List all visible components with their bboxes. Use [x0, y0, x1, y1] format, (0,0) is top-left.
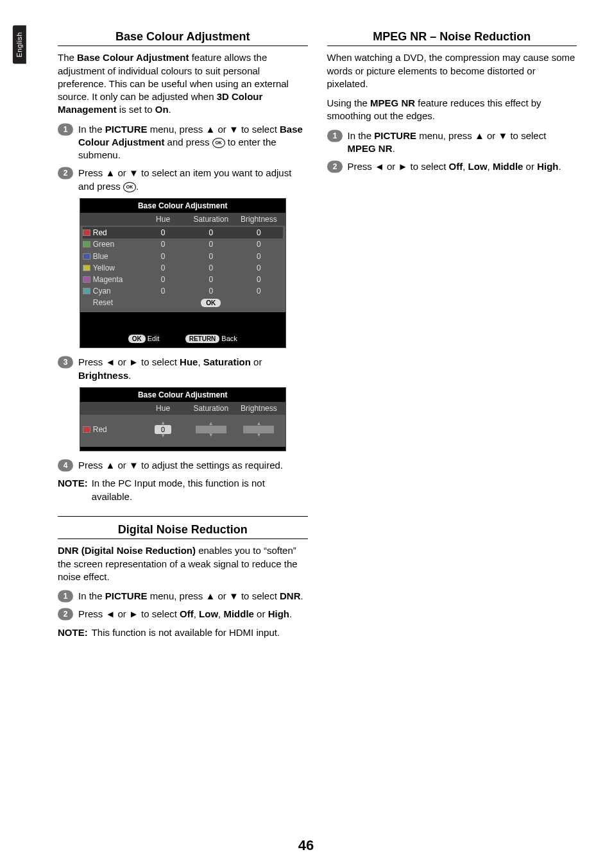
text: Low [468, 161, 488, 172]
step: 2 Press ▲ or ▼ to select an item you wan… [58, 167, 308, 193]
step: 1 In the PICTURE menu, press ▲ or ▼ to s… [58, 123, 308, 162]
cell: 0 [187, 263, 235, 273]
svg-text:3: 3 [64, 358, 68, 367]
text: In the [348, 130, 375, 141]
cell: 0 [139, 286, 187, 296]
swatch-icon [83, 288, 90, 294]
step-text: Press ▲ or ▼ to select an item you want … [78, 167, 308, 193]
step: 4 Press ▲ or ▼ to adjust the settings as… [58, 459, 308, 472]
osd-row-reset[interactable]: Reset OK [83, 297, 283, 308]
text: In the [78, 590, 105, 601]
ok-pill-icon: OK [128, 335, 146, 343]
text: or [251, 356, 262, 367]
osd-header: Hue Saturation Brightness [80, 213, 285, 226]
divider [327, 46, 577, 46]
text: . [300, 590, 303, 601]
text: menu, press ▲ or ▼ to select [148, 124, 280, 135]
swatch-icon [83, 426, 90, 433]
step-text: Press ◄ or ► to select Off, Low, Middle … [348, 160, 577, 173]
text: Low [199, 608, 218, 619]
text: Press ◄ or ► to select [78, 356, 180, 367]
text: . [393, 143, 395, 154]
text: Press ◄ or ► to select [348, 161, 449, 172]
text: MPEG NR [348, 143, 393, 154]
text: , [463, 161, 468, 172]
swatch-icon [83, 276, 90, 283]
column-header: Saturation [187, 214, 235, 224]
osd-body: Red 0 0 0 Green 0 0 0 Blue 0 0 [80, 226, 285, 312]
text: menu, press ▲ or ▼ to select [416, 130, 546, 141]
osd-spacer [80, 312, 285, 331]
text: PICTURE [374, 130, 416, 141]
svg-text:1: 1 [64, 592, 68, 601]
divider [58, 538, 308, 539]
step-text: In the PICTURE menu, press ▲ or ▼ to sel… [78, 123, 308, 162]
text: MPEG NR [370, 97, 415, 108]
arrow-down-icon: ▼ [256, 433, 261, 437]
text: . [558, 161, 561, 172]
bca-intro: The Base Colour Adjustment feature allow… [58, 51, 308, 116]
text: Brightness [78, 370, 128, 381]
svg-text:2: 2 [64, 610, 68, 619]
text: , [488, 161, 493, 172]
swatch-icon [83, 241, 90, 247]
page-number: 46 [0, 836, 612, 855]
step-badge-2-icon: 2 [327, 160, 343, 173]
cell: 0 [235, 251, 283, 262]
text: On [155, 104, 169, 115]
svg-text:2: 2 [332, 162, 337, 171]
cell: 0 [235, 239, 283, 249]
ok-pill-icon: OK [201, 299, 221, 307]
text: , [194, 608, 199, 619]
note: NOTE: In the PC Input mode, this functio… [58, 477, 308, 503]
row-label: Magenta [93, 274, 123, 285]
osd-row-green[interactable]: Green 0 0 0 [83, 238, 283, 250]
text: or [523, 161, 537, 172]
text: Base Colour Adjustment [77, 52, 189, 63]
osd-row-yellow[interactable]: Yellow 0 0 0 [83, 262, 283, 274]
step-badge-1-icon: 1 [327, 129, 343, 156]
osd-header: Hue Saturation Brightness [80, 402, 285, 415]
osd-row-cyan[interactable]: Cyan 0 0 0 [83, 285, 283, 297]
column-header: Hue [139, 214, 187, 224]
osd-bca-edit: Base Colour Adjustment Hue Saturation Br… [80, 387, 286, 451]
svg-text:1: 1 [332, 131, 337, 140]
footer-label: Back [221, 335, 237, 342]
column-header: Hue [139, 403, 187, 413]
ok-button-icon: OK [212, 138, 225, 148]
osd-row-magenta[interactable]: Magenta 0 0 0 [83, 274, 283, 285]
row-label: Blue [93, 251, 108, 262]
osd-body: Red ▲ 0 ▼ ▲ ▼ ▲ ▼ [80, 415, 285, 447]
text: Off [449, 161, 463, 172]
left-column: Base Colour Adjustment The Base Colour A… [58, 29, 308, 639]
cell: 0 [187, 239, 235, 249]
row-label: Green [93, 239, 114, 249]
note-text: In the PC Input mode, this function is n… [92, 477, 308, 503]
swatch-icon [83, 265, 90, 271]
mpeg-intro1: When watching a DVD, the compression may… [327, 51, 577, 90]
step: 1 In the PICTURE menu, press ▲ or ▼ to s… [327, 129, 577, 156]
cell: 0 [235, 286, 283, 296]
step-text: Press ◄ or ► to select Off, Low, Middle … [78, 608, 308, 621]
text: Off [180, 608, 194, 619]
step: 3 Press ◄ or ► to select Hue, Saturation… [58, 356, 308, 382]
step-text: Press ◄ or ► to select Hue, Saturation o… [78, 356, 308, 382]
footer-label: Edit [148, 335, 160, 342]
step-text: In the PICTURE menu, press ▲ or ▼ to sel… [78, 590, 308, 603]
dnr-intro: DNR (Digital Noise Reduction) enables yo… [58, 544, 308, 583]
step: 1 In the PICTURE menu, press ▲ or ▼ to s… [58, 590, 308, 603]
cell: 0 [235, 228, 283, 238]
osd-footer [80, 447, 285, 451]
divider [58, 46, 308, 46]
svg-text:2: 2 [64, 169, 68, 178]
osd-row-blue[interactable]: Blue 0 0 0 [83, 251, 283, 262]
osd-row-red[interactable]: Red 0 0 0 [83, 227, 283, 238]
step-badge-1-icon: 1 [58, 123, 73, 162]
arrow-down-icon: ▼ [160, 434, 166, 438]
text: Press ▲ or ▼ to select an item you want … [78, 167, 291, 191]
note-label: NOTE: [58, 477, 88, 503]
text: or [254, 608, 268, 619]
section-title-mpeg: MPEG NR – Noise Reduction [327, 29, 577, 44]
text: DNR (Digital Noise Reduction) [58, 545, 196, 556]
text: The [58, 52, 77, 63]
